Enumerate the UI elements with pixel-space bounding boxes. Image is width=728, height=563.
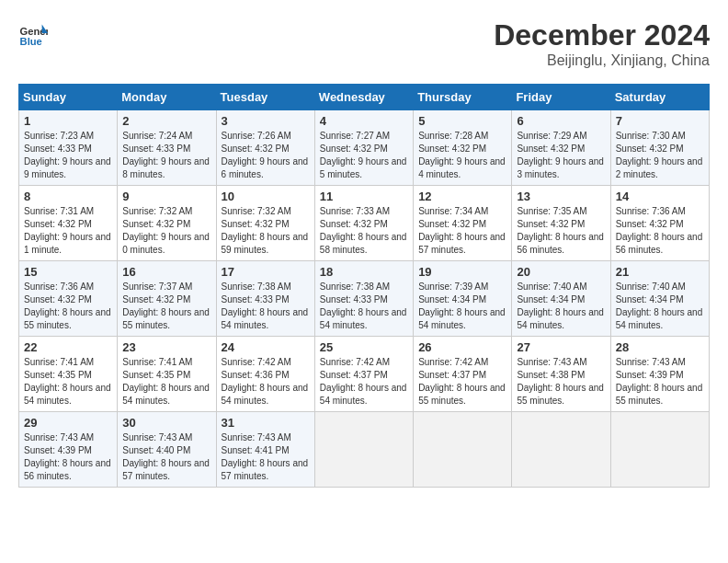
- day-info: Sunrise: 7:42 AMSunset: 4:37 PMDaylight:…: [418, 356, 506, 408]
- calendar-week-1: 1Sunrise: 7:23 AMSunset: 4:33 PMDaylight…: [19, 110, 710, 186]
- day-info: Sunrise: 7:24 AMSunset: 4:33 PMDaylight:…: [122, 130, 210, 181]
- day-number: 8: [24, 190, 112, 203]
- day-number: 17: [222, 265, 310, 279]
- day-info: Sunrise: 7:23 AMSunset: 4:33 PMDaylight:…: [24, 130, 112, 181]
- day-info: Sunrise: 7:43 AMSunset: 4:39 PMDaylight:…: [24, 431, 112, 483]
- day-info: Sunrise: 7:29 AMSunset: 4:32 PMDaylight:…: [517, 130, 605, 181]
- day-info: Sunrise: 7:38 AMSunset: 4:33 PMDaylight:…: [320, 281, 408, 332]
- day-info: Sunrise: 7:41 AMSunset: 4:35 PMDaylight:…: [122, 356, 210, 408]
- day-info: Sunrise: 7:40 AMSunset: 4:34 PMDaylight:…: [517, 281, 605, 332]
- calendar-day: [414, 412, 512, 488]
- calendar-day: 14Sunrise: 7:36 AMSunset: 4:32 PMDayligh…: [610, 186, 709, 261]
- day-info: Sunrise: 7:32 AMSunset: 4:32 PMDaylight:…: [222, 205, 310, 257]
- day-number: 12: [418, 190, 506, 203]
- calendar-day: 20Sunrise: 7:40 AMSunset: 4:34 PMDayligh…: [512, 261, 610, 337]
- weekday-header-thursday: Thursday: [414, 85, 512, 110]
- calendar-day: 16Sunrise: 7:37 AMSunset: 4:32 PMDayligh…: [118, 261, 216, 337]
- logo-icon: General Blue: [18, 18, 48, 48]
- day-number: 1: [24, 114, 112, 128]
- calendar-week-4: 22Sunrise: 7:41 AMSunset: 4:35 PMDayligh…: [19, 337, 710, 412]
- weekday-header-saturday: Saturday: [610, 85, 709, 110]
- day-info: Sunrise: 7:37 AMSunset: 4:32 PMDaylight:…: [122, 281, 210, 332]
- day-info: Sunrise: 7:33 AMSunset: 4:32 PMDaylight:…: [320, 205, 408, 257]
- day-number: 11: [320, 190, 408, 203]
- weekday-header-wednesday: Wednesday: [314, 85, 413, 110]
- day-info: Sunrise: 7:41 AMSunset: 4:35 PMDaylight:…: [24, 356, 112, 408]
- page-header: General Blue December 2024 Beijinglu, Xi…: [18, 18, 710, 69]
- day-number: 6: [517, 114, 605, 128]
- calendar-week-5: 29Sunrise: 7:43 AMSunset: 4:39 PMDayligh…: [19, 412, 710, 488]
- calendar-day: 27Sunrise: 7:43 AMSunset: 4:38 PMDayligh…: [512, 337, 610, 412]
- day-info: Sunrise: 7:43 AMSunset: 4:39 PMDaylight:…: [616, 356, 704, 408]
- calendar-day: 25Sunrise: 7:42 AMSunset: 4:37 PMDayligh…: [314, 337, 413, 412]
- calendar-day: 28Sunrise: 7:43 AMSunset: 4:39 PMDayligh…: [610, 337, 709, 412]
- calendar-day: 17Sunrise: 7:38 AMSunset: 4:33 PMDayligh…: [216, 261, 314, 337]
- calendar-day: 18Sunrise: 7:38 AMSunset: 4:33 PMDayligh…: [314, 261, 413, 337]
- day-info: Sunrise: 7:35 AMSunset: 4:32 PMDaylight:…: [517, 205, 605, 257]
- day-info: Sunrise: 7:28 AMSunset: 4:32 PMDaylight:…: [418, 130, 506, 181]
- day-info: Sunrise: 7:36 AMSunset: 4:32 PMDaylight:…: [616, 205, 704, 257]
- calendar-day: 12Sunrise: 7:34 AMSunset: 4:32 PMDayligh…: [414, 186, 512, 261]
- calendar-day: 13Sunrise: 7:35 AMSunset: 4:32 PMDayligh…: [512, 186, 610, 261]
- calendar-day: 11Sunrise: 7:33 AMSunset: 4:32 PMDayligh…: [314, 186, 413, 261]
- day-number: 13: [517, 190, 605, 203]
- day-number: 29: [24, 416, 112, 430]
- day-number: 9: [122, 190, 210, 203]
- calendar-day: 6Sunrise: 7:29 AMSunset: 4:32 PMDaylight…: [512, 110, 610, 186]
- day-info: Sunrise: 7:43 AMSunset: 4:40 PMDaylight:…: [122, 431, 210, 483]
- day-info: Sunrise: 7:43 AMSunset: 4:38 PMDaylight:…: [517, 356, 605, 408]
- title-block: December 2024 Beijinglu, Xinjiang, China: [494, 18, 710, 69]
- day-number: 30: [122, 416, 210, 430]
- day-info: Sunrise: 7:36 AMSunset: 4:32 PMDaylight:…: [24, 281, 112, 332]
- calendar-day: 21Sunrise: 7:40 AMSunset: 4:34 PMDayligh…: [610, 261, 709, 337]
- calendar-day: 19Sunrise: 7:39 AMSunset: 4:34 PMDayligh…: [414, 261, 512, 337]
- month-title: December 2024: [494, 18, 710, 52]
- day-number: 5: [418, 114, 506, 128]
- calendar-day: [610, 412, 709, 488]
- day-number: 10: [222, 190, 310, 203]
- day-info: Sunrise: 7:26 AMSunset: 4:32 PMDaylight:…: [222, 130, 310, 181]
- day-number: 7: [616, 114, 704, 128]
- location-title: Beijinglu, Xinjiang, China: [494, 52, 710, 69]
- calendar-day: 8Sunrise: 7:31 AMSunset: 4:32 PMDaylight…: [19, 186, 118, 261]
- day-number: 3: [222, 114, 310, 128]
- calendar-day: 26Sunrise: 7:42 AMSunset: 4:37 PMDayligh…: [414, 337, 512, 412]
- weekday-header-tuesday: Tuesday: [216, 85, 314, 110]
- calendar-day: [512, 412, 610, 488]
- day-number: 19: [418, 265, 506, 279]
- weekday-header-monday: Monday: [118, 85, 216, 110]
- day-number: 26: [418, 340, 506, 354]
- weekday-header-friday: Friday: [512, 85, 610, 110]
- day-info: Sunrise: 7:40 AMSunset: 4:34 PMDaylight:…: [616, 281, 704, 332]
- day-number: 31: [222, 416, 310, 430]
- weekday-header-sunday: Sunday: [19, 85, 118, 110]
- day-number: 25: [320, 340, 408, 354]
- calendar-day: 9Sunrise: 7:32 AMSunset: 4:32 PMDaylight…: [118, 186, 216, 261]
- calendar-day: 29Sunrise: 7:43 AMSunset: 4:39 PMDayligh…: [19, 412, 118, 488]
- day-info: Sunrise: 7:42 AMSunset: 4:37 PMDaylight:…: [320, 356, 408, 408]
- calendar-day: 23Sunrise: 7:41 AMSunset: 4:35 PMDayligh…: [118, 337, 216, 412]
- calendar-day: [314, 412, 413, 488]
- calendar-day: 5Sunrise: 7:28 AMSunset: 4:32 PMDaylight…: [414, 110, 512, 186]
- day-number: 28: [616, 340, 704, 354]
- calendar-day: 30Sunrise: 7:43 AMSunset: 4:40 PMDayligh…: [118, 412, 216, 488]
- calendar-day: 24Sunrise: 7:42 AMSunset: 4:36 PMDayligh…: [216, 337, 314, 412]
- calendar-day: 31Sunrise: 7:43 AMSunset: 4:41 PMDayligh…: [216, 412, 314, 488]
- day-info: Sunrise: 7:32 AMSunset: 4:32 PMDaylight:…: [122, 205, 210, 257]
- calendar-day: 3Sunrise: 7:26 AMSunset: 4:32 PMDaylight…: [216, 110, 314, 186]
- day-number: 20: [517, 265, 605, 279]
- day-info: Sunrise: 7:42 AMSunset: 4:36 PMDaylight:…: [222, 356, 310, 408]
- day-number: 18: [320, 265, 408, 279]
- calendar-day: 10Sunrise: 7:32 AMSunset: 4:32 PMDayligh…: [216, 186, 314, 261]
- weekday-header-row: SundayMondayTuesdayWednesdayThursdayFrid…: [19, 85, 710, 110]
- calendar-day: 1Sunrise: 7:23 AMSunset: 4:33 PMDaylight…: [19, 110, 118, 186]
- day-info: Sunrise: 7:31 AMSunset: 4:32 PMDaylight:…: [24, 205, 112, 257]
- logo: General Blue: [18, 18, 48, 48]
- day-number: 15: [24, 265, 112, 279]
- day-info: Sunrise: 7:43 AMSunset: 4:41 PMDaylight:…: [222, 431, 310, 483]
- calendar-week-3: 15Sunrise: 7:36 AMSunset: 4:32 PMDayligh…: [19, 261, 710, 337]
- day-number: 23: [122, 340, 210, 354]
- day-number: 2: [122, 114, 210, 128]
- svg-text:Blue: Blue: [20, 36, 42, 47]
- day-number: 24: [222, 340, 310, 354]
